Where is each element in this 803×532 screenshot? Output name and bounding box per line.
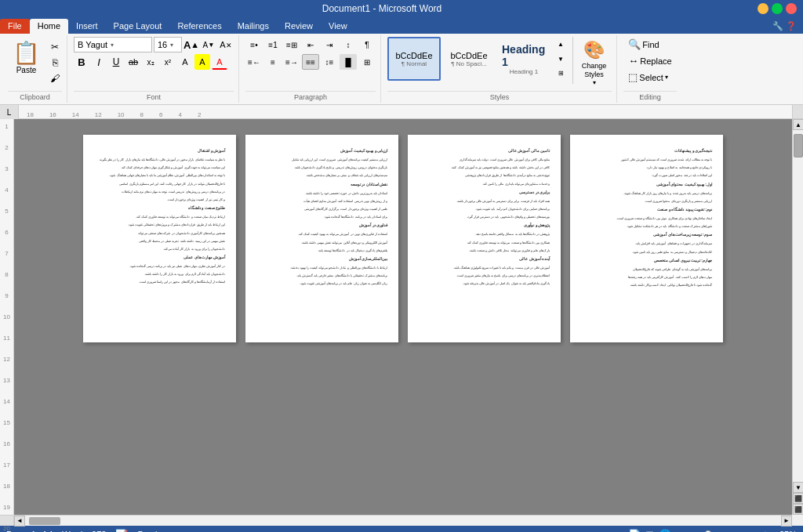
page-1[interactable]: آموزش و اشتغال با نظر به سیاست تقاضای با…	[83, 135, 236, 342]
paste-button[interactable]: 📋 Paste	[8, 37, 45, 78]
ribbon-tabs: File Home Insert Page Layout References …	[0, 17, 803, 34]
numbering-button[interactable]: ≡1	[264, 37, 282, 52]
view-outline-button[interactable]: ≡	[676, 529, 682, 533]
select-icon: ⬚	[628, 71, 638, 83]
tab-page-layout[interactable]: Page Layout	[106, 19, 170, 34]
replace-icon: ↔	[628, 55, 638, 67]
copy-button[interactable]: ⎘	[48, 56, 62, 70]
justify-button[interactable]: ≡≡	[302, 54, 319, 70]
tab-view[interactable]: View	[321, 19, 355, 34]
increase-font-button[interactable]: A▲	[183, 37, 199, 52]
align-right-button[interactable]: ≡→	[283, 54, 300, 70]
scroll-track[interactable]	[793, 130, 803, 482]
tab-insert[interactable]: Insert	[68, 19, 106, 34]
scroll-right-button[interactable]: ►	[781, 516, 792, 527]
style-heading1-sample: Heading 1	[502, 43, 546, 68]
style-heading1[interactable]: Heading 1 Heading 1	[497, 37, 550, 81]
status-right: 📄 ⊞ 🌐 ≡ − + 25%	[628, 528, 797, 532]
tab-references[interactable]: References	[169, 19, 229, 34]
subscript-button[interactable]: x₂	[143, 54, 158, 70]
styles-more[interactable]: ⊞	[552, 66, 569, 81]
show-formatting-button[interactable]: ¶	[358, 37, 376, 52]
h-scroll-thumb[interactable]	[29, 517, 60, 525]
horizontal-ruler: 18 16 14 12 10 8 6 4 2	[19, 105, 792, 118]
bottom-area: ◄ ►	[0, 515, 803, 526]
spell-check-icon[interactable]: 📝	[115, 529, 128, 533]
page-2[interactable]: ارزیابی و بهبود کیفیت آموزش ارزیابی مستم…	[245, 135, 398, 342]
italic-button[interactable]: I	[91, 54, 107, 70]
scroll-up-button[interactable]: ▲	[793, 119, 803, 130]
strikethrough-button[interactable]: ab	[125, 54, 141, 70]
tab-review[interactable]: Review	[277, 19, 321, 34]
decrease-indent-button[interactable]: ⇤	[302, 37, 319, 52]
tab-file[interactable]: File	[0, 19, 30, 34]
style-no-spacing-sample: bCcDdEe	[450, 51, 487, 60]
vertical-scrollbar[interactable]: ▲ ▼ ⬛ ⬛	[792, 119, 803, 515]
tab-mailings[interactable]: Mailings	[230, 19, 277, 34]
h-scroll-track[interactable]	[25, 516, 781, 526]
style-normal[interactable]: bCcDdEe ¶ Normal	[387, 37, 441, 81]
scroll-page-down[interactable]: ⬛	[793, 504, 803, 515]
bold-button[interactable]: B	[74, 54, 89, 70]
style-normal-sample: bCcDdEe	[395, 51, 432, 60]
font-group: B Yagut ▾ 16 ▾ A▲ A▼ A✕ B I U ab	[69, 35, 239, 103]
minimize-button[interactable]	[758, 3, 768, 14]
font-size-combo[interactable]: 16 ▾	[154, 37, 182, 52]
editing-label: Editing	[623, 91, 677, 101]
view-print-button[interactable]: 📄	[628, 529, 641, 533]
decrease-font-button[interactable]: A▼	[201, 37, 216, 52]
select-arrow: ▾	[665, 74, 668, 81]
select-button[interactable]: ⬚ Select ▾	[625, 70, 674, 85]
ribbon-content: 📋 Paste ✂ ⎘ 🖌 Clipboard B Yagut ▾	[0, 34, 803, 104]
increase-indent-button[interactable]: ⇥	[321, 37, 338, 52]
zoom-plus-button[interactable]: +	[762, 528, 768, 532]
format-painter-button[interactable]: 🖌	[48, 71, 62, 85]
maximize-button[interactable]	[772, 3, 783, 14]
page-3-content: تامین مالی آموزش عالی منابع مالی کافی بر…	[419, 147, 550, 286]
multilevel-list-button[interactable]: ≡⊞	[283, 37, 300, 52]
style-heading1-label: Heading 1	[510, 68, 538, 75]
align-center-button[interactable]: ≡	[264, 54, 282, 70]
style-no-spacing[interactable]: bCcDdEe ¶ No Spaci...	[442, 37, 496, 81]
paste-icon: 📋	[13, 40, 40, 66]
scrollbar-corner	[792, 515, 803, 526]
font-name-combo[interactable]: B Yagut ▾	[74, 37, 152, 52]
find-button[interactable]: 🔍 Find	[625, 37, 674, 52]
superscript-button[interactable]: x²	[160, 54, 176, 70]
shading-button[interactable]: █	[340, 54, 357, 70]
view-full-screen-button[interactable]: ⊞	[645, 529, 654, 533]
borders-button[interactable]: ⊞	[358, 54, 376, 70]
page-3[interactable]: تامین مالی آموزش عالی منابع مالی کافی بر…	[408, 135, 561, 342]
scroll-thumb[interactable]	[794, 134, 803, 157]
replace-label: Replace	[640, 56, 671, 66]
view-web-button[interactable]: 🌐	[659, 529, 671, 533]
font-name-arrow: ▾	[111, 42, 114, 49]
replace-button[interactable]: ↔ Replace	[625, 53, 674, 68]
scroll-left-button[interactable]: ◄	[14, 516, 25, 527]
bullets-button[interactable]: ≡•	[245, 37, 263, 52]
scroll-page-up[interactable]: ⬛	[793, 493, 803, 504]
styles-scroll-up[interactable]: ▲	[552, 37, 569, 52]
main-area: 1 2 3 4 5 6 7 8 9 10 11 12 13 14 15 16 1…	[0, 119, 803, 515]
clear-formatting-button[interactable]: A✕	[218, 37, 234, 52]
cut-button[interactable]: ✂	[48, 40, 62, 54]
close-button[interactable]	[786, 3, 797, 14]
clipboard-group: 📋 Paste ✂ ⎘ 🖌 Clipboard	[3, 35, 67, 103]
scroll-down-button[interactable]: ▼	[793, 482, 803, 493]
tab-home[interactable]: Home	[30, 19, 68, 34]
styles-scroll-down[interactable]: ▼	[552, 52, 569, 67]
text-highlight-button[interactable]: A	[194, 54, 210, 70]
window-controls	[758, 3, 797, 14]
zoom-minus-button[interactable]: −	[687, 528, 693, 532]
font-color-button[interactable]: A	[212, 54, 227, 70]
horizontal-scrollbar[interactable]: ◄ ►	[14, 515, 792, 526]
line-spacing-button[interactable]: ↕≡	[321, 54, 338, 70]
sort-button[interactable]: ↕	[340, 37, 357, 52]
editing-group: 🔍 Find ↔ Replace ⬚ Select ▾ Editing	[619, 35, 681, 103]
ruler-corner[interactable]: L	[0, 105, 19, 119]
underline-button[interactable]: U	[108, 54, 124, 70]
text-effects-button[interactable]: A	[177, 54, 193, 70]
align-left-button[interactable]: ≡←	[245, 54, 263, 70]
page-4[interactable]: نتیجه‌گیری و پیشنهادات با توجه به مطالب …	[570, 135, 723, 342]
change-styles-button[interactable]: 🎨 ChangeStyles ▾	[576, 37, 612, 89]
